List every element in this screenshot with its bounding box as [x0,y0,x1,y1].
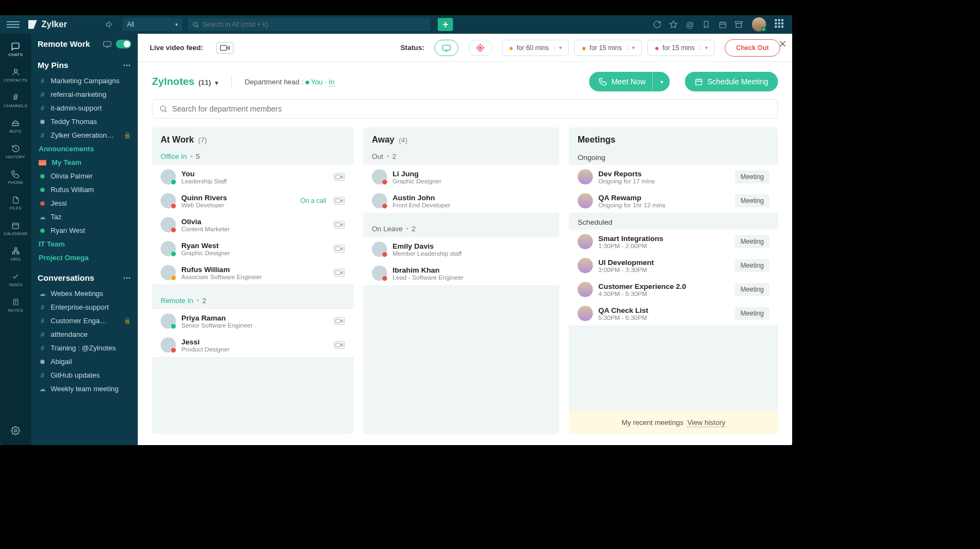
settings-icon[interactable] [0,422,31,439]
sidebar-item[interactable]: ☁Weekly team meeting [31,382,138,396]
away-option-stretch[interactable]: ●for 15 mins▾ [647,40,715,56]
meeting-badge[interactable]: Meeting [735,307,769,320]
search-scope-select[interactable]: All▾ [122,18,182,31]
meet-now-button[interactable]: Meet Now▾ [589,72,670,91]
meeting-badge[interactable]: Meeting [735,235,769,248]
meeting-row[interactable]: QA Check List5:30PM - 6:30PMMeeting [569,301,778,325]
meeting-badge[interactable]: Meeting [735,283,769,296]
dept-name[interactable]: Zylnotes (11) ▾ [152,76,218,88]
it-team-link[interactable]: IT Team [31,237,138,251]
member-row[interactable]: Ryan WestGraphic Designer [152,237,353,261]
member-search-input[interactable] [172,104,771,113]
meeting-row[interactable]: Smart Integrations1:30PM - 2:00PMMeeting [569,230,778,254]
rail-channels[interactable]: #CHANNELS [0,89,31,112]
sidebar-item[interactable]: #referral-marketing [31,88,138,101]
add-button[interactable]: + [438,18,453,31]
rail-tasks[interactable]: TASKS [0,268,31,291]
store-icon[interactable] [733,19,744,30]
global-search[interactable] [188,18,430,31]
sidebar-item[interactable]: Olivia Palmer [31,169,138,183]
meeting-row[interactable]: Dev ReportsOngoing for 17 minsMeeting [569,165,778,189]
camera-icon[interactable] [334,341,345,349]
sound-icon[interactable] [105,20,117,29]
rail-calendar[interactable]: CALENDAR [0,217,31,239]
member-row[interactable]: Quinn RiversWeb DeveloperOn a call [152,189,353,213]
camera-icon[interactable] [334,221,345,229]
schedule-meeting-button[interactable]: Schedule Meeting [685,72,778,91]
bookmark-icon[interactable] [701,19,712,30]
calendar-icon[interactable] [717,19,728,30]
sidebar-item[interactable]: #atttendance [31,328,138,341]
member-row[interactable]: Priya RamanSenior Software Engineer [152,309,353,333]
sidebar-item[interactable]: #Zylker Generation…🔒 [31,128,138,142]
rail-files[interactable]: FILES [0,192,31,214]
apps-grid-icon[interactable] [775,19,786,30]
brand[interactable]: Zylker [28,20,67,29]
camera-icon[interactable] [334,317,345,325]
search-input[interactable] [203,21,426,28]
rail-org[interactable]: ORG [0,243,31,265]
announcements-link[interactable]: Announcements [31,142,138,156]
rail-contacts[interactable]: CONTACTS [0,64,31,86]
video-feed-button[interactable] [216,42,234,54]
meeting-row[interactable]: Customer Experience 2.04:30PM - 5:30PMMe… [569,277,778,301]
sidebar-item[interactable]: #Marketing Campaigns [31,74,138,88]
rail-chats[interactable]: CHATS [0,38,31,60]
member-row[interactable]: JessiProduct Designer [152,333,353,357]
sidebar-item[interactable]: Abigail [31,355,138,368]
member-row[interactable]: Austin JohnFront End Developer [363,189,559,213]
conversations-title[interactable]: Conversations⋯ [31,269,138,287]
member-row[interactable]: Li JungGraphic Designer [363,165,559,189]
camera-icon[interactable] [334,197,345,205]
user-avatar[interactable] [752,17,766,32]
mention-icon[interactable]: @ [684,19,695,30]
rail-history[interactable]: HISTORY [0,140,31,163]
status-device-button[interactable] [434,40,458,56]
camera-icon[interactable] [334,269,345,276]
member-search[interactable] [152,99,778,119]
away-option-coffee[interactable]: ●for 15 mins▾ [574,40,642,56]
remote-work-toggle[interactable] [116,40,131,48]
meeting-row[interactable]: QA RewampOngoing for 1hr 12 minsMeeting [569,189,778,213]
refresh-icon[interactable] [652,19,663,30]
meeting-row[interactable]: UI Development3:00PM - 3:30PMMeeting [569,254,778,277]
sidebar-item[interactable]: ☁Webex Meetings [31,287,138,300]
away-option-meal[interactable]: ●for 60 mins▾ [502,40,569,56]
meeting-avatar [578,282,593,297]
status-location-button[interactable] [468,40,492,56]
member-row[interactable]: Ibrahim KhanLead - Software Engineer [363,261,559,285]
meeting-avatar [578,234,593,249]
rail-notes[interactable]: NOTES [0,294,31,316]
close-icon[interactable]: ✕ [779,38,787,50]
my-team-link[interactable]: My Team [31,156,138,169]
camera-icon[interactable] [334,173,345,181]
my-pins-title[interactable]: My Pins⋯ [31,56,138,74]
member-row[interactable]: OliviaContent Marketer [152,213,353,237]
display-icon[interactable] [103,40,112,48]
sidebar-item[interactable]: Rufus William [31,183,138,196]
member-row[interactable]: YouLeadership Staff [152,165,353,189]
sidebar-item[interactable]: Ryan West [31,224,138,237]
meeting-badge[interactable]: Meeting [735,170,769,183]
sidebar-item[interactable]: #GitHub updates [31,368,138,382]
member-row[interactable]: Emily DavisMember Leadership staff [363,237,559,261]
check-out-button[interactable]: Check Out [725,39,780,57]
rail-phone[interactable]: PHONE [0,166,31,188]
sidebar-item[interactable]: #Enterprise-support [31,300,138,314]
rail-bots[interactable]: BOTS [0,115,31,137]
brand-logo [28,20,37,29]
meeting-badge[interactable]: Meeting [735,259,769,272]
sidebar-item[interactable]: #Training : @Zylnotes [31,341,138,355]
sidebar-item[interactable]: #Customer Enga…🔒 [31,314,138,328]
camera-icon[interactable] [334,245,345,252]
project-omega-link[interactable]: Project Omega [31,251,138,264]
view-history-link[interactable]: View history [687,418,725,427]
star-icon[interactable] [668,19,679,30]
sidebar-item[interactable]: ☁Taz [31,210,138,224]
sidebar-item[interactable]: Teddy Thomas [31,115,138,128]
menu-icon[interactable] [7,18,20,31]
sidebar-item[interactable]: #it-admin-support [31,101,138,115]
sidebar-item[interactable]: Jessi [31,196,138,210]
member-row[interactable]: Rufus WilliamAssociate Software Engineer [152,261,353,285]
meeting-badge[interactable]: Meeting [735,194,769,207]
